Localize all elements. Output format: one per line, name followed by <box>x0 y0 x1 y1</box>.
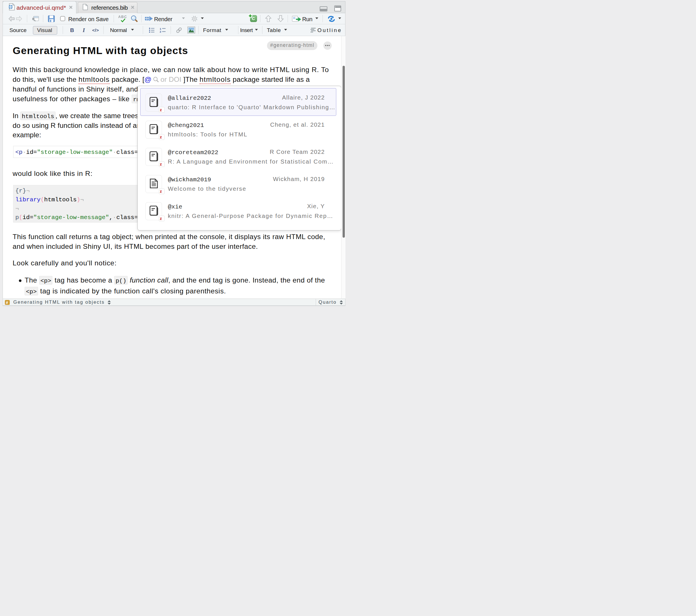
svg-text:1: 1 <box>160 28 161 30</box>
svg-text:2: 2 <box>160 30 161 33</box>
